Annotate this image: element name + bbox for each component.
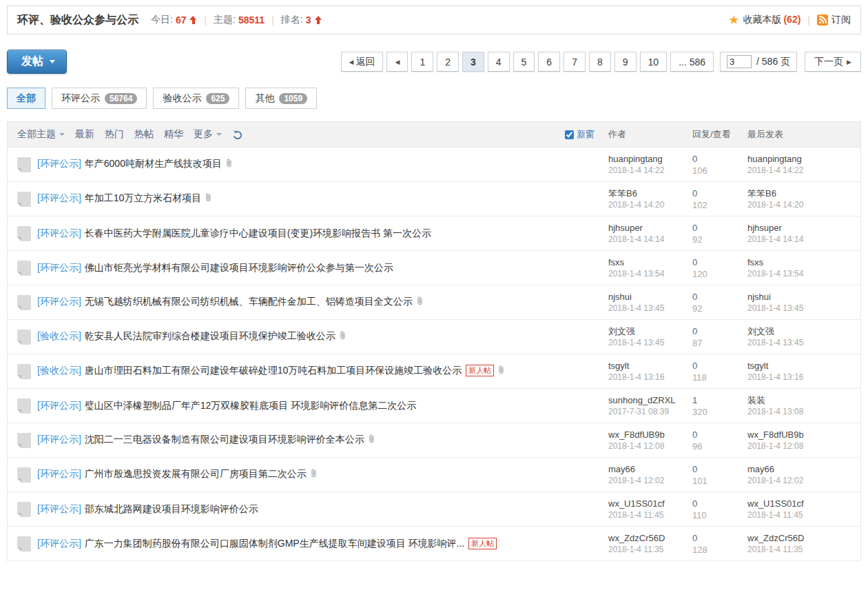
last-post-author-link[interactable]: 刘文强 [747, 325, 851, 337]
thread-tag-link[interactable]: [环评公示] [37, 434, 81, 445]
thread-tag-link[interactable]: [环评公示] [37, 296, 81, 307]
new-window-label[interactable]: 新窗 [577, 128, 595, 141]
page-button-8[interactable]: 8 [589, 52, 611, 72]
page-button-9[interactable]: 9 [614, 52, 637, 72]
reply-count[interactable]: 0 [692, 291, 747, 303]
tab-验收公示[interactable]: 验收公示625 [153, 88, 239, 109]
last-post-author-link[interactable]: may66 [747, 463, 851, 475]
thread-author-link[interactable]: sunhong_dZRXL [608, 394, 692, 406]
last-post-author-link[interactable]: fsxs [747, 256, 851, 268]
thread-author-link[interactable]: wx_U1SS01cf [608, 498, 692, 509]
last-post-date-link[interactable]: 2018-1-4 14:22 [747, 165, 851, 176]
thread-title-link[interactable]: 沈阳二一三电器设备制造有限公司建设项目环境影响评价全本公示 [85, 434, 364, 445]
last-post-date-link[interactable]: 2018-1-4 14:14 [747, 234, 851, 245]
new-window-checkbox[interactable] [565, 130, 574, 139]
thread-title-link[interactable]: 年加工10万立方米石材项目 [85, 192, 202, 203]
last-post-author-link[interactable]: njshui [747, 291, 851, 303]
page-button-4[interactable]: 4 [488, 52, 510, 72]
subscribe-link[interactable]: 订阅 [831, 14, 851, 26]
filter-digest[interactable]: 精华 [164, 128, 183, 141]
last-post-author-link[interactable]: hjhsuper [747, 222, 851, 234]
last-post-author-link[interactable]: tsgylt [747, 360, 851, 372]
last-post-date-link[interactable]: 2018-1-4 13:45 [747, 303, 851, 314]
tab-全部[interactable]: 全部 [7, 88, 45, 109]
page-button-10[interactable]: 10 [640, 52, 668, 72]
new-post-button[interactable]: 发帖 [7, 50, 67, 74]
last-post-date-link[interactable]: 2018-1-4 11:45 [747, 509, 851, 521]
thread-tag-link[interactable]: [验收公示] [37, 330, 81, 341]
next-page-button[interactable]: 下一页▶ [805, 52, 861, 72]
last-post-author-link[interactable]: wx_F8dfUB9b [747, 429, 851, 441]
last-post-author-link[interactable]: huanpingtang [747, 153, 851, 165]
filter-latest[interactable]: 最新 [75, 128, 94, 141]
thread-title-link[interactable]: 年产6000吨耐材生产线技改项目 [85, 158, 222, 169]
thread-tag-link[interactable]: [环评公示] [37, 503, 81, 514]
reply-count[interactable]: 0 [692, 256, 747, 268]
thread-title-link[interactable]: 唐山市理田石料加工有限公司建设年破碎处理10万吨石料加工项目环保设施竣工验收公示 [85, 365, 462, 376]
reply-count[interactable]: 0 [692, 498, 747, 509]
thread-author-link[interactable]: hjhsuper [608, 222, 692, 234]
page-jump-input[interactable] [727, 55, 752, 68]
thread-title-link[interactable]: 邵东城北路网建设项目环境影响评价公示 [85, 503, 258, 514]
filter-hotpost[interactable]: 热帖 [134, 128, 154, 141]
thread-tag-link[interactable]: [验收公示] [37, 365, 81, 376]
tab-环评公示[interactable]: 环评公示56764 [52, 88, 147, 109]
thread-tag-link[interactable]: [环评公示] [37, 227, 81, 239]
reply-count[interactable]: 0 [692, 532, 747, 544]
thread-author-link[interactable]: wx_ZdzCr56D [608, 532, 692, 544]
thread-author-link[interactable]: wx_F8dfUB9b [608, 429, 692, 441]
last-post-date-link[interactable]: 2018-1-4 13:54 [747, 268, 851, 280]
reply-count[interactable]: 0 [692, 188, 747, 199]
last-post-date-link[interactable]: 2018-1-4 11:35 [747, 544, 851, 556]
tab-其他[interactable]: 其他1059 [245, 88, 317, 109]
page-button-7[interactable]: 7 [564, 52, 586, 72]
all-topics-dropdown[interactable]: 全部主题 [17, 128, 65, 141]
thread-title-link[interactable]: 长春中医药大学附属医院儿童诊疗中心建设项目(变更)环境影响报告书 第一次公示 [85, 227, 431, 239]
reply-count[interactable]: 1 [692, 394, 747, 406]
thread-title-link[interactable]: 璧山区中泽橡塑制品厂年产12万双橡胶鞋底项目 环境影响评价信息第二次公示 [85, 400, 416, 411]
last-post-date-link[interactable]: 2018-1-4 12:08 [747, 441, 851, 452]
thread-author-link[interactable]: njshui [608, 291, 692, 303]
refresh-icon[interactable] [232, 130, 242, 140]
prev-page-button[interactable]: ◀ [386, 52, 408, 72]
thread-tag-link[interactable]: [环评公示] [37, 192, 81, 203]
last-post-author-link[interactable]: wx_ZdzCr56D [747, 532, 851, 544]
last-page-button[interactable]: ... 586 [670, 52, 714, 72]
thread-author-link[interactable]: fsxs [608, 256, 692, 268]
reply-count[interactable]: 0 [692, 222, 747, 234]
more-dropdown[interactable]: 更多 [194, 128, 222, 141]
last-post-author-link[interactable]: 装装 [747, 394, 851, 406]
thread-title-link[interactable]: 广州市殷逸思投资发展有限公司厂房项目第二次公示 [85, 468, 307, 479]
favorite-link[interactable]: 收藏本版(62) [743, 14, 800, 26]
thread-author-link[interactable]: 笨笨B6 [608, 188, 692, 199]
reply-count[interactable]: 0 [692, 429, 747, 441]
thread-tag-link[interactable]: [环评公示] [37, 262, 81, 273]
page-button-3[interactable]: 3 [462, 52, 484, 72]
reply-count[interactable]: 0 [692, 360, 747, 372]
thread-tag-link[interactable]: [环评公示] [37, 468, 81, 479]
thread-author-link[interactable]: 刘文强 [608, 325, 692, 337]
filter-hot[interactable]: 热门 [105, 128, 124, 141]
thread-tag-link[interactable]: [环评公示] [37, 538, 81, 549]
thread-author-link[interactable]: may66 [608, 463, 692, 475]
reply-count[interactable]: 0 [692, 463, 747, 475]
page-button-2[interactable]: 2 [437, 52, 459, 72]
last-post-date-link[interactable]: 2018-1-4 13:16 [747, 372, 851, 383]
thread-author-link[interactable]: huanpingtang [608, 153, 692, 165]
last-post-date-link[interactable]: 2018-1-4 13:45 [747, 337, 851, 349]
thread-title-link[interactable]: 广东一力集团制药股份有限公司口服固体制剂GMP生产线提取车间建设项目 环境影响评… [85, 538, 464, 549]
page-button-5[interactable]: 5 [513, 52, 535, 72]
page-button-6[interactable]: 6 [538, 52, 560, 72]
last-post-date-link[interactable]: 2018-1-4 12:02 [747, 475, 851, 487]
thread-author-link[interactable]: tsgylt [608, 360, 692, 372]
back-button[interactable]: ◀返回 [341, 52, 384, 72]
last-post-author-link[interactable]: wx_U1SS01cf [747, 498, 851, 509]
page-button-1[interactable]: 1 [411, 52, 433, 72]
reply-count[interactable]: 0 [692, 325, 747, 337]
last-post-author-link[interactable]: 笨笨B6 [747, 188, 851, 199]
thread-title-link[interactable]: 无锡飞越纺织机械有限公司纺织机械、车辆配件金加工、铝铸造项目全文公示 [85, 296, 413, 307]
thread-title-link[interactable]: 佛山市钜亮光学材料有限公司建设项目环境影响评价公众参与第一次公示 [85, 262, 393, 273]
reply-count[interactable]: 0 [692, 153, 747, 165]
thread-title-link[interactable]: 乾安县人民法院审判综合楼建设项目环境保护竣工验收公示 [85, 330, 335, 341]
last-post-date-link[interactable]: 2018-1-4 13:08 [747, 406, 851, 418]
